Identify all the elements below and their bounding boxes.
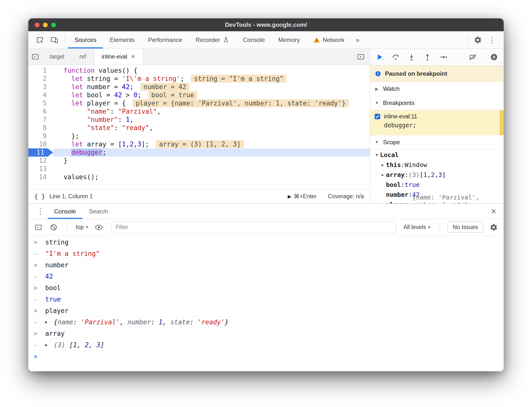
line-number[interactable]: 12 (28, 157, 53, 165)
watch-section-header[interactable]: ▶ Watch (370, 82, 504, 96)
line-number[interactable]: 10 (28, 140, 53, 148)
resume-script-icon[interactable] (376, 53, 384, 61)
tab-console[interactable]: Console (236, 31, 271, 48)
execution-line-marker[interactable]: 11 (28, 148, 53, 157)
code-line[interactable]: 4 let bool = 42 > 0;bool = true (28, 91, 370, 99)
deactivate-breakpoints-icon[interactable] (469, 53, 477, 61)
tab-network[interactable]: Network (306, 31, 351, 48)
tab-recorder[interactable]: Recorder (189, 31, 236, 48)
file-tab-target[interactable]: target (42, 49, 72, 65)
code-line[interactable]: 8 "state": "ready", (28, 124, 370, 132)
filter-input[interactable] (112, 222, 396, 233)
console-prompt-row[interactable]: > (28, 351, 504, 362)
context-selector[interactable]: top ▾ (76, 224, 88, 231)
console-sidebar-icon[interactable] (33, 219, 43, 235)
scope-row[interactable]: ▶array: (3) [1, 2, 3] (370, 170, 504, 180)
scope-row[interactable]: bool: true (370, 180, 504, 190)
line-number[interactable]: 6 (28, 107, 53, 116)
device-toolbar-icon[interactable] (47, 31, 62, 48)
breakpoint-checkbox[interactable] (374, 113, 381, 120)
console-input-row[interactable]: >bool (28, 282, 504, 294)
show-navigator-icon[interactable] (28, 49, 42, 65)
console-result-row[interactable]: ←42 (28, 271, 504, 282)
file-tab-inline-eval[interactable]: inline-eval × (94, 49, 143, 65)
code-line[interactable]: 9 }; (28, 132, 370, 140)
drawer-tab-search[interactable]: Search (82, 204, 114, 219)
line-number[interactable]: 8 (28, 124, 53, 132)
breakpoint-entry[interactable]: inline-eval:11 debugger; (370, 110, 504, 135)
console-settings-gear-icon[interactable] (489, 219, 499, 235)
code-editor[interactable]: 1function values() {2 let string = 'I\'m… (28, 65, 370, 189)
scope-row[interactable]: ▶player: {name: 'Parzival', number: 1, s… (370, 200, 504, 204)
line-number[interactable]: 5 (28, 99, 53, 107)
eye-icon[interactable] (94, 219, 104, 235)
pause-on-exceptions-icon[interactable] (490, 53, 498, 61)
twisty-icon[interactable]: ▶ (380, 172, 386, 177)
close-tab-icon[interactable]: × (131, 53, 135, 60)
twisty-icon[interactable]: ▼ (374, 153, 380, 157)
step-icon[interactable] (439, 53, 448, 61)
console-result-row[interactable]: ←▶(3) [1, 2, 3] (28, 339, 504, 351)
step-into-icon[interactable] (407, 53, 416, 61)
console-result-row[interactable]: ←▶{name: 'Parzival', number: 1, state: '… (28, 316, 504, 328)
line-number[interactable]: 9 (28, 132, 53, 140)
zoom-window-button[interactable] (51, 23, 56, 27)
expand-twisty-icon[interactable]: ▶ (45, 320, 54, 324)
console-log[interactable]: >string←"I'm a string">number←42>bool←tr… (28, 236, 504, 371)
inspect-icon[interactable] (33, 31, 47, 48)
console-input-row[interactable]: >string (28, 237, 504, 248)
drawer-tab-console[interactable]: Console (48, 204, 82, 219)
line-number[interactable]: 7 (28, 116, 53, 124)
expand-twisty-icon[interactable]: ▶ (45, 342, 54, 347)
prompt-chevron-icon[interactable]: > (34, 353, 45, 360)
code-line[interactable]: 14values(); (28, 173, 370, 181)
line-number[interactable]: 14 (28, 173, 53, 181)
code-line[interactable]: 5 let player = {player = {name: 'Parziva… (28, 99, 370, 107)
scope-row[interactable]: ▶this: Window (370, 160, 504, 170)
line-number[interactable]: 2 (28, 75, 53, 83)
open-file-panel-icon[interactable] (354, 49, 370, 65)
pretty-print-icon[interactable]: { } (34, 193, 45, 200)
tab-memory[interactable]: Memory (271, 31, 306, 48)
line-number[interactable]: 13 (28, 165, 53, 173)
console-result-row[interactable]: ←"I'm a string" (28, 248, 504, 259)
kebab-menu-icon[interactable]: ⋮ (485, 35, 499, 44)
line-number[interactable]: 4 (28, 91, 53, 99)
clear-console-icon[interactable] (49, 219, 59, 235)
tab-sources[interactable]: Sources (68, 31, 103, 48)
console-input-row[interactable]: >player (28, 305, 504, 316)
code-line[interactable]: 12} (28, 157, 370, 165)
code-line[interactable]: 2 let string = 'I\'m a string';string = … (28, 75, 370, 83)
log-levels-selector[interactable]: All levels ▾ (403, 224, 430, 231)
console-input-row[interactable]: >number (28, 259, 504, 271)
twisty-icon[interactable]: ▶ (380, 163, 386, 167)
code-line[interactable]: 3 let number = 42;number = 42 (28, 83, 370, 91)
step-over-icon[interactable] (391, 53, 400, 61)
more-tabs-chevron[interactable]: » (351, 36, 364, 44)
code-line[interactable]: 6 "name": "Parzival", (28, 107, 370, 116)
minimize-window-button[interactable] (43, 23, 48, 27)
close-drawer-icon[interactable]: × (489, 207, 499, 216)
code-line[interactable]: 13 (28, 165, 370, 173)
scope-section-header[interactable]: ▼ Scope (370, 135, 504, 149)
file-tab-ref[interactable]: ref (72, 49, 94, 65)
issues-counter[interactable]: No Issues (448, 222, 483, 233)
chevron-down-icon[interactable]: ▼ (374, 140, 380, 144)
scope-row[interactable]: ▼Local (370, 150, 504, 160)
step-out-icon[interactable] (423, 53, 432, 61)
tab-elements[interactable]: Elements (103, 31, 141, 48)
line-number[interactable]: 1 (28, 67, 53, 75)
tab-performance[interactable]: Performance (141, 31, 189, 48)
breakpoints-section-header[interactable]: ▼ Breakpoints (370, 96, 504, 110)
close-window-button[interactable] (35, 23, 39, 27)
gear-icon[interactable] (471, 31, 485, 48)
drawer-kebab-menu-icon[interactable]: ⋮ (33, 207, 48, 216)
chevron-right-icon[interactable]: ▶ (374, 87, 380, 91)
code-line[interactable]: 11 debugger; (28, 148, 370, 157)
line-number[interactable]: 3 (28, 83, 53, 91)
console-result-row[interactable]: ←true (28, 294, 504, 305)
code-line[interactable]: 10 let array = [1,2,3];array = (3) [1, 2… (28, 140, 370, 148)
console-input-row[interactable]: >array (28, 328, 504, 339)
chevron-down-icon[interactable]: ▼ (374, 101, 380, 105)
code-line[interactable]: 7 "number": 1, (28, 116, 370, 124)
